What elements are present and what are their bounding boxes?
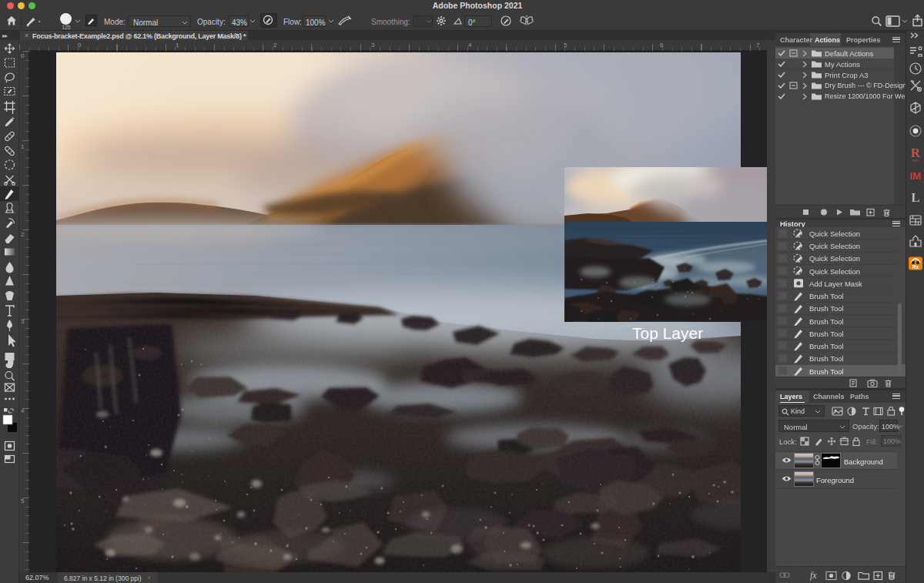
svg-text:fx: fx bbox=[810, 570, 817, 581]
svg-text:PRO: PRO bbox=[912, 159, 920, 163]
svg-text:L: L bbox=[911, 190, 919, 205]
svg-text:Rx: Rx bbox=[912, 264, 919, 270]
svg-text:IM: IM bbox=[910, 170, 921, 182]
